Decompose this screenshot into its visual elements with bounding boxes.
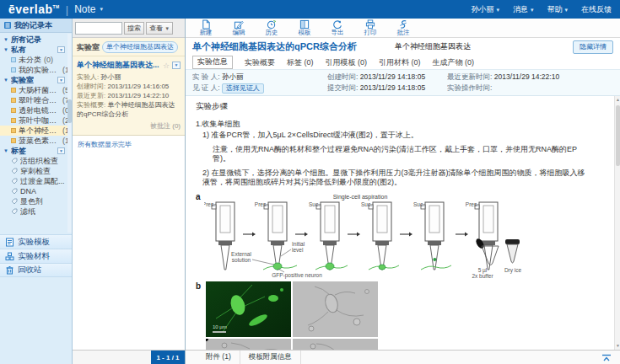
- attachments-tab[interactable]: 附件 (1): [186, 351, 240, 364]
- info-value: 孙小丽: [222, 72, 244, 81]
- sidebar-item-recycle-bin[interactable]: 回收站: [0, 263, 73, 277]
- notebook-square-icon: [11, 57, 16, 62]
- sidebar-bottom-nav: 实验模板 实验材料 回收站: [0, 234, 73, 277]
- collapse-panel-icon[interactable]: [601, 354, 612, 361]
- search-input[interactable]: [75, 22, 122, 35]
- breadcrumb: 实验室 单个神经细胞基因表达: [73, 38, 185, 56]
- template-info-tab[interactable]: 模板附属信息: [240, 351, 301, 364]
- help-label: 帮助: [547, 5, 562, 13]
- template-button[interactable]: 模板: [294, 19, 315, 36]
- info-label: 见 证 人:: [192, 83, 220, 92]
- breadcrumb-entry-chip[interactable]: 单个神经细胞基因表达: [102, 41, 178, 53]
- sidebar-item-uncategorized[interactable]: 未分类(0): [0, 55, 72, 65]
- scalebar-label: 10 µm: [213, 324, 227, 329]
- star-icon[interactable]: ☆: [163, 62, 170, 70]
- messages-menu[interactable]: 消息▾: [513, 4, 534, 15]
- tag-item-filter-paper[interactable]: 滤纸: [0, 206, 72, 217]
- sidebar-item-all-records[interactable]: ▼所有记录: [0, 35, 72, 45]
- micrograph-grid: 10 µm: [206, 281, 378, 350]
- dropdown-box-icon[interactable]: ▼: [57, 46, 65, 53]
- tag-item-chromogen[interactable]: 显色剂: [0, 196, 72, 206]
- trash-icon: [5, 265, 14, 275]
- sidebar-item-single-neuron[interactable]: 单个神经细...(1): [0, 126, 72, 136]
- field-value: 孙小丽: [100, 73, 121, 81]
- content-scrollbar[interactable]: ▲ ▼: [614, 96, 620, 350]
- pagination-indicator[interactable]: 1 - 1 / 1: [151, 351, 185, 364]
- external-solution-label-2: solution: [231, 257, 251, 263]
- item-label: 实验模板: [18, 237, 50, 248]
- experiment-info-box: 实 验 人: 孙小丽 创建时间: 2013/11/29 14:18:05 最近更…: [186, 69, 620, 96]
- annotation-count[interactable]: 被批注 (0): [77, 121, 181, 131]
- notebook-square-icon: [11, 108, 16, 113]
- history-button[interactable]: 历史: [261, 19, 282, 36]
- print-button[interactable]: 打印: [360, 19, 380, 36]
- sidebar-item-ecoli[interactable]: 大肠杆菌电...(5): [0, 85, 72, 95]
- dropdown-box-icon[interactable]: ▼: [57, 147, 65, 154]
- everlab-logo[interactable]: ēverlabTM: [8, 3, 60, 16]
- tool-label: 历史: [266, 29, 278, 36]
- tag-icon: [11, 158, 18, 164]
- triangle-down-icon: ▼: [3, 146, 8, 156]
- tab-tags[interactable]: 标签 (0): [287, 57, 314, 68]
- breadcrumb-notebook: 实验室: [77, 42, 100, 53]
- entry-card[interactable]: 单个神经细胞基因表达... ☆ ▼ 实验人: 孙小丽 创建时间: 2013/11…: [73, 56, 185, 135]
- item-label: 未分类: [19, 55, 41, 65]
- help-menu[interactable]: 帮助▾: [547, 4, 568, 15]
- entry-title-link[interactable]: 单个神经细胞基因表达...: [77, 60, 159, 71]
- scroll-down-arrow[interactable]: ▼: [615, 342, 620, 350]
- tab-ref-templates[interactable]: 引用模板 (0): [326, 57, 368, 68]
- tab-products[interactable]: 生成产物 (0): [433, 57, 475, 68]
- bottom-bar: 附件 (1) 模板附属信息: [186, 350, 620, 364]
- view-dropdown-button[interactable]: 查看 ▼: [146, 22, 173, 35]
- edit-button[interactable]: 编辑: [229, 19, 249, 36]
- sidebar-item-private[interactable]: ▼私有▼: [0, 45, 72, 55]
- new-button[interactable]: 新建: [196, 19, 216, 36]
- sidebar-item-lab[interactable]: ▼实验室▼: [0, 75, 72, 85]
- product-chevron-down-icon[interactable]: ▾: [100, 6, 104, 13]
- dry-ice-label: Dry ice: [504, 267, 521, 274]
- hide-details-button[interactable]: 隐藏详情: [573, 40, 613, 54]
- user-menu[interactable]: 孙小丽▾: [471, 4, 499, 15]
- entry-created-line: 创建时间: 2013/11/29 14:16:05: [77, 82, 181, 91]
- top-menu: 孙小丽▾ 消息▾ 帮助▾ 在线反馈: [471, 4, 612, 15]
- pipette-label: Pres.: [204, 201, 215, 207]
- scroll-thumb[interactable]: [616, 105, 620, 166]
- main-toolbar: 新建 编辑 历史 模板 导出 打印: [186, 19, 620, 38]
- steps-section-title: 实验步骤: [196, 101, 607, 112]
- sidebar-item-templates[interactable]: 实验模板: [0, 234, 73, 249]
- tag-item-dna[interactable]: DNA: [0, 186, 72, 196]
- gfp-fluorescence-image: 10 µm: [206, 281, 291, 337]
- tab-experiment-info[interactable]: 实验信息: [192, 56, 233, 69]
- sidebar-item-tea-caffeine[interactable]: 茶叶中咖啡...(2): [0, 115, 72, 126]
- entry-list: 实验室 单个神经细胞基因表达 单个神经细胞基因表达... ☆ ▼ 实验人: 孙小…: [73, 38, 185, 350]
- info-label: 提交时间:: [327, 83, 358, 92]
- experiment-tabs: 实验信息 实验概要 标签 (0) 引用模板 (0) 引用材料 (0) 生成产物 …: [186, 56, 620, 69]
- sidebar-item-materials[interactable]: 实验材料: [0, 249, 73, 263]
- sidebar-item-synthesis[interactable]: 翠叶唑合成...(7): [0, 95, 72, 105]
- entry-menu-dropdown-icon[interactable]: ▼: [172, 62, 181, 69]
- feedback-link[interactable]: 在线反馈: [581, 4, 612, 15]
- tag-item-puncture[interactable]: 穿刺检查: [0, 166, 72, 176]
- tab-ref-materials[interactable]: 引用材料 (0): [379, 57, 421, 68]
- dropdown-box-icon[interactable]: ▼: [57, 77, 65, 83]
- field-label: 创建时间:: [77, 83, 105, 90]
- export-button[interactable]: 导出: [327, 19, 348, 36]
- external-solution-label: External: [231, 251, 251, 257]
- tool-label: 导出: [332, 29, 344, 36]
- search-button[interactable]: 搜索: [124, 22, 144, 35]
- sidebar-item-tem[interactable]: 透射电镜小...(0): [0, 105, 72, 115]
- logo-divider: |: [66, 3, 68, 16]
- tag-item-biopsy[interactable]: 活组织检查: [0, 156, 72, 166]
- item-label: 单个神经细...: [19, 126, 60, 136]
- sidebar-item-my-experiments[interactable]: 我的实验记...(1): [0, 65, 72, 75]
- select-witness-button[interactable]: 选择见证人: [222, 83, 264, 94]
- sidebar-scroll-thumb[interactable]: [67, 99, 72, 123]
- experiment-title: 单个神经细胞基因表达的qPCR综合分析: [192, 40, 357, 53]
- tab-summary[interactable]: 实验概要: [245, 57, 275, 68]
- scroll-up-arrow[interactable]: ▲: [615, 96, 620, 104]
- annotate-button[interactable]: 批注: [393, 19, 413, 36]
- tag-item-transition-metal[interactable]: 过渡金属配...: [0, 176, 72, 186]
- sidebar-item-spinach-pigment[interactable]: 菠菜色素的...(1): [0, 136, 72, 146]
- sidebar-item-tags[interactable]: ▼标签▼: [0, 146, 72, 156]
- sidebar-scrollbar[interactable]: [67, 34, 72, 233]
